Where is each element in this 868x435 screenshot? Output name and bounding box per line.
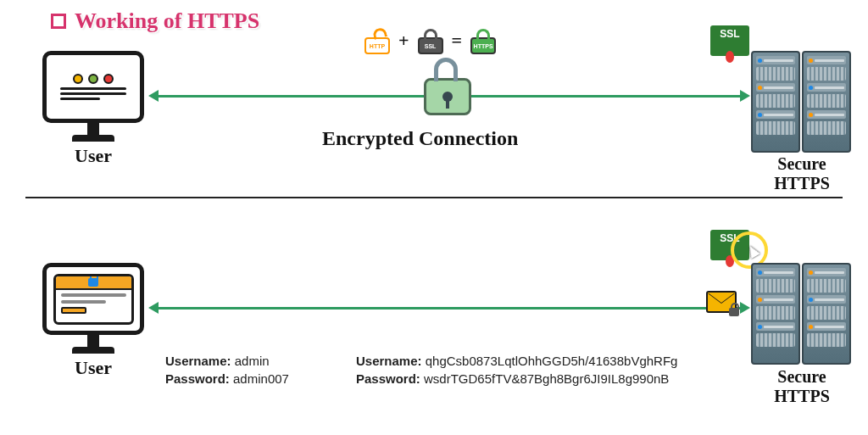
- enc-password-value: wsdrTGD65fTV&87Bgh8Bgr6JI9IL8g990nB: [424, 371, 669, 386]
- plain-username-label: Username:: [165, 354, 231, 368]
- padlock-icon: [424, 78, 471, 115]
- server-label-bottom: Secure HTTPS: [743, 367, 861, 406]
- title-text: Working of HTTPS: [75, 8, 259, 34]
- slide-title: Working of HTTPS: [51, 8, 259, 34]
- lock-icon: [88, 278, 98, 287]
- envelope-lock-icon: [729, 308, 739, 316]
- top-section: User Encrypted Connection SSL Se: [0, 34, 868, 187]
- plain-password-value: admin007: [233, 371, 289, 386]
- user-label-bottom: User: [42, 357, 144, 379]
- enc-username-value: qhgCsb0873LqtlOhhGGD5h/41638bVghRFg: [426, 354, 678, 368]
- section-divider: [25, 197, 843, 198]
- ssl-certificate-icon: SSL: [710, 25, 749, 56]
- plain-username-value: admin: [235, 354, 270, 368]
- connection-arrow-bottom: [157, 307, 742, 310]
- envelope-icon: [706, 291, 737, 313]
- server-icon-bottom: [751, 263, 853, 365]
- bullet-icon: [51, 14, 66, 29]
- enc-username-label: Username:: [356, 354, 422, 368]
- bottom-section: User SSL Secure HTTPS: [0, 216, 868, 420]
- server-icon-top: [751, 51, 853, 153]
- user-label-top: User: [42, 145, 144, 167]
- ssl-badge-text: SSL: [720, 28, 739, 40]
- plaintext-credentials: Username: admin Password: admin007: [165, 352, 289, 388]
- encrypted-credentials: Username: qhgCsb0873LqtlOhhGGD5h/41638bV…: [356, 352, 677, 388]
- user-computer-icon: User: [42, 51, 144, 167]
- user-computer-login-icon: User: [42, 263, 144, 379]
- encrypted-connection-label: Encrypted Connection: [322, 127, 518, 150]
- server-label-top: Secure HTTPS: [743, 154, 861, 193]
- plain-password-label: Password:: [165, 371, 230, 386]
- enc-password-label: Password:: [356, 371, 420, 386]
